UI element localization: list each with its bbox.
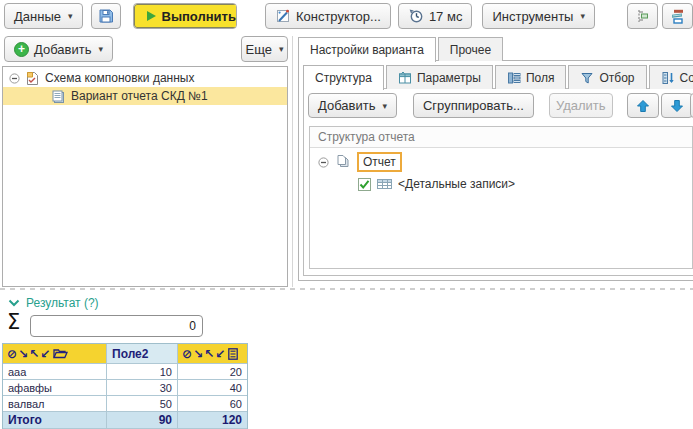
expander-minus-icon[interactable] [318,157,329,168]
timing-label: 17 мс [429,9,463,24]
constructor-label: Конструктор... [296,9,381,24]
table-total-row: Итого 90 120 [3,412,247,429]
structure-add-button[interactable]: Добавить ▾ [308,93,397,118]
cell-text: 60 [230,398,242,410]
cell-text: 40 [230,382,242,394]
report-pages-icon [335,154,351,170]
more-label: Еще [246,42,272,57]
sigma-symbol: Σ [7,310,20,334]
data-menu-button[interactable]: Данные ▾ [4,3,83,29]
structure-row-detail-records[interactable]: <Детальные записи> [310,173,692,195]
structure-row-report[interactable]: Отчет [310,151,692,173]
result-section-header[interactable]: Результат (?) [8,296,99,310]
result-table-header-row: ⊘ ↘ ↖ ↙ Поле2 ⊘ ↘ ↖ ↙ [3,344,247,364]
inner-tab-bar: Структура Параметры Поля [303,64,693,89]
cell-text: валвал [8,398,45,410]
header-cell-field1[interactable]: ⊘ ↘ ↖ ↙ [3,344,107,364]
move-down-icon [670,99,684,113]
tab-variant-settings[interactable]: Настройки варианта [298,37,436,62]
horizontal-splitter[interactable] [0,288,693,290]
settings-tab-bar: Настройки варианта Прочее [298,36,693,61]
tab-parameters-label: Параметры [417,71,481,85]
table-cell-total[interactable]: Итого [3,412,107,429]
table-cell[interactable]: 60 [178,396,247,412]
add-button[interactable]: + Добавить ▾ [4,36,113,62]
chevron-down-icon: ▾ [382,101,387,111]
history-clock-icon [408,8,424,24]
header-cell-field2[interactable]: Поле2 [107,344,178,364]
tab-filter[interactable]: Отбор [568,65,646,89]
tab-filter-label: Отбор [599,71,634,85]
table-cell[interactable]: афавфы [3,380,107,396]
run-label: Выполнить [162,9,236,24]
variant-document-icon [51,89,66,104]
add-plus-icon: + [14,42,29,57]
detail-records-checkbox[interactable] [358,178,371,191]
table-cell[interactable]: 30 [107,380,178,396]
schema-document-icon [25,71,40,86]
grid-icon [377,179,392,189]
tab-parameters[interactable]: Параметры [386,65,493,89]
cell-text: 90 [159,413,172,427]
form-tree-toggle-button[interactable] [627,3,658,29]
table-cell[interactable]: ааа [3,364,107,380]
table-row: ааа 10 20 [3,364,247,380]
table-cell[interactable]: валвал [3,396,107,412]
report-structure-box: Структура отчета Отчет [309,126,693,269]
tab-other[interactable]: Прочее [438,37,503,61]
constructor-wand-icon [275,8,291,24]
view-toggle-group [627,3,693,29]
tools-menu-label: Инструменты [492,9,573,24]
parameters-icon [398,71,412,85]
tab-variant-settings-label: Настройки варианта [310,43,424,57]
sum-input[interactable] [30,315,203,337]
table-row: афавфы 30 40 [3,380,247,396]
tab-fields-label: Поля [526,71,555,85]
table-cell[interactable]: 10 [107,364,178,380]
cell-text: 10 [160,366,172,378]
tab-sorting[interactable]: Сортировка [649,65,693,89]
table-cell-total[interactable]: 120 [178,412,247,429]
cell-text: 30 [160,382,172,394]
tree-item-variant[interactable]: Вариант отчета СКД №1 [3,87,287,105]
constructor-button[interactable]: Конструктор... [265,3,391,29]
table-cell[interactable]: 20 [178,364,247,380]
main-toolbar: Данные ▾ Выполнить [4,2,693,30]
no-group-icon: ⊘ [182,348,192,360]
structure-box-title: Структура отчета [318,130,415,144]
result-table: ⊘ ↘ ↖ ↙ Поле2 ⊘ ↘ ↖ ↙ ааа 10 [2,343,248,429]
move-down-button[interactable] [661,93,693,118]
timing-button[interactable]: 17 мс [398,3,473,29]
table-cell[interactable]: 40 [178,380,247,396]
vertical-splitter[interactable] [292,36,293,287]
group-button[interactable]: Сгруппировать... [413,93,534,118]
checkbox-checked-icon [359,179,370,190]
cell-text: Итого [8,413,42,427]
tools-menu-button[interactable]: Инструменты ▾ [482,3,595,29]
tree-item-schema[interactable]: Схема компоновки данных [3,69,287,87]
more-button[interactable]: Еще ▾ [241,36,288,62]
table-row: валвал 50 60 [3,396,247,412]
tab-fields[interactable]: Поля [495,65,567,89]
save-icon [98,8,114,24]
result-section-title: Результат (?) [26,296,99,310]
delete-button[interactable]: Удалить [549,93,613,118]
tab-structure[interactable]: Структура [303,65,384,90]
expander-minus-icon[interactable] [9,73,20,84]
save-button[interactable] [91,3,121,29]
run-button[interactable]: Выполнить [134,4,237,28]
tab-structure-label: Структура [315,71,372,85]
structure-tab-content: Добавить ▾ Сгруппировать... Удалить [303,88,693,276]
layout-schema-toggle-button[interactable] [662,3,693,29]
structure-box-header: Структура отчета [310,127,692,148]
move-up-button[interactable] [627,93,659,118]
tab-sorting-label: Сортировка [680,71,693,85]
settings-tab-content: Структура Параметры Поля [298,60,693,281]
table-cell[interactable]: 50 [107,396,178,412]
arrow-nw-icon: ↖ [29,348,39,360]
layout-schema-icon [670,8,686,24]
structure-toolbar: Добавить ▾ Сгруппировать... Удалить [304,89,693,121]
form-tree-icon [635,8,651,24]
table-cell-total[interactable]: 90 [107,412,178,429]
header-cell-field3[interactable]: ⊘ ↘ ↖ ↙ [178,344,247,364]
